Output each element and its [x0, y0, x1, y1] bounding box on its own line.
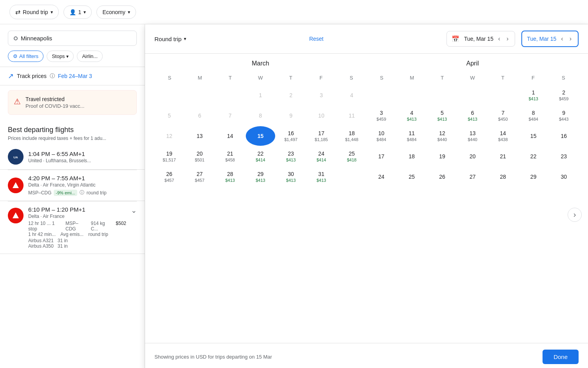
round-trip-button[interactable]: ⇄ Round trip ▾	[9, 5, 59, 19]
calendar-day[interactable]: 14	[215, 126, 245, 146]
flight-card-delta2[interactable]: 6:10 PM – 1:20 PM+1 Delta · Air France 1…	[0, 201, 145, 254]
day-number: 28	[500, 174, 506, 180]
day-number: 6	[198, 112, 201, 119]
calendar-day[interactable]: 14$438	[488, 126, 518, 146]
day-price: $501	[195, 158, 204, 162]
calendar-day[interactable]: 6	[185, 106, 215, 125]
depart-prev-button[interactable]: ‹	[497, 34, 502, 43]
calendar-day[interactable]: 15	[246, 126, 276, 146]
calendar-day[interactable]: 25	[397, 167, 427, 187]
day-price: $413	[437, 117, 447, 121]
calendar-day[interactable]: 9	[276, 106, 306, 125]
passengers-button[interactable]: 👤 1 ▾	[64, 5, 92, 19]
done-button[interactable]: Done	[543, 350, 579, 364]
calendar-day[interactable]: 1	[246, 85, 276, 105]
all-filters-button[interactable]: ⚙ All filters	[8, 51, 44, 62]
calendar-day[interactable]: 8$484	[519, 106, 548, 125]
day-number: 5	[168, 112, 171, 119]
calendar-day[interactable]: 6$413	[458, 106, 488, 125]
calendar-day[interactable]: 13	[185, 126, 215, 146]
calendar-day[interactable]: 22	[519, 147, 548, 166]
day-number: 2	[562, 89, 565, 96]
calendar-day[interactable]: 24$414	[307, 147, 336, 166]
day-number: 23	[561, 153, 567, 160]
calendar-day[interactable]: 15	[519, 126, 548, 146]
search-input[interactable]: Minneapolis	[8, 31, 137, 46]
calendar-day[interactable]: 20	[458, 147, 488, 166]
calendar-day[interactable]: 12	[154, 126, 184, 146]
best-departing-sub: Prices include required taxes + fees for…	[0, 136, 145, 144]
calendar-day[interactable]: 3$459	[367, 106, 396, 125]
calendar-day[interactable]: 4	[337, 85, 367, 105]
calendar-day[interactable]: 10$484	[367, 126, 396, 146]
calendar-day[interactable]: 5$413	[427, 106, 457, 125]
day-price: $413	[225, 178, 235, 183]
calendar-day[interactable]: 1$413	[519, 85, 548, 105]
calendar-day[interactable]: 31$413	[307, 167, 336, 187]
calendar-day[interactable]: 12$440	[427, 126, 457, 146]
flight-info-delta1: 4:20 PM – 7:55 AM+1 Delta · Air France, …	[28, 175, 137, 196]
stops-button[interactable]: Stops ▾	[47, 51, 74, 62]
return-prev-button[interactable]: ‹	[559, 34, 564, 43]
calendar-day[interactable]: 22$414	[246, 147, 276, 166]
day-number: 3	[380, 110, 383, 116]
calendar-day[interactable]: 16	[549, 126, 579, 146]
calendar-day[interactable]: 4$413	[397, 106, 427, 125]
svg-text:UA: UA	[13, 156, 18, 159]
cal-reset-button[interactable]: Reset	[309, 36, 324, 42]
calendar-day[interactable]: 18$1,448	[337, 126, 367, 146]
calendar-day[interactable]: 17	[367, 147, 396, 166]
airlines-button[interactable]: Airlin...	[77, 51, 103, 62]
day-number: 6	[471, 110, 474, 116]
calendar-day[interactable]: 29	[519, 167, 548, 187]
calendar-day[interactable]: 11	[337, 106, 367, 125]
cabin-button[interactable]: Economy ▾	[96, 5, 136, 19]
calendar-day[interactable]: 10	[307, 106, 336, 125]
flight-card-delta1[interactable]: 4:20 PM – 7:55 AM+1 Delta · Air France, …	[0, 170, 145, 201]
calendar-day[interactable]: 19$1,517	[154, 147, 184, 166]
calendar-day[interactable]: 8	[246, 106, 276, 125]
calendar-day[interactable]: 25$418	[337, 147, 367, 166]
calendar-day[interactable]: 3	[307, 85, 336, 105]
calendar-day[interactable]: 7$450	[488, 106, 518, 125]
calendar-day[interactable]: 19	[427, 147, 457, 166]
calendar-day[interactable]: 26	[427, 167, 457, 187]
track-prices-label: Track prices	[17, 73, 47, 79]
day-price: $459	[377, 117, 386, 121]
calendar-day[interactable]: 30	[549, 167, 579, 187]
calendar-day[interactable]: 13$440	[458, 126, 488, 146]
calendar-day[interactable]: 17$1,185	[307, 126, 336, 146]
weekday-t2: T	[276, 73, 306, 82]
day-number: 11	[409, 130, 415, 137]
calendar-day[interactable]: 29$413	[246, 167, 276, 187]
calendar-day[interactable]: 23	[549, 147, 579, 166]
calendar-day[interactable]: 21$458	[215, 147, 245, 166]
day-price: $413	[528, 96, 538, 101]
calendar-day[interactable]: 9$443	[549, 106, 579, 125]
depart-next-button[interactable]: ›	[505, 34, 510, 43]
calendar-day[interactable]: 16$1,497	[276, 126, 306, 146]
expand-icon[interactable]: ⌄	[131, 206, 137, 215]
calendar-day[interactable]: 2	[276, 85, 306, 105]
day-number: 30	[288, 171, 294, 178]
calendar-day[interactable]: 24	[367, 167, 396, 187]
calendar-day[interactable]: 2$459	[549, 85, 579, 105]
cal-next-month-button[interactable]: ›	[568, 208, 582, 222]
calendar-day[interactable]: 26$457	[154, 167, 184, 187]
aircraft2: Airbus A350	[28, 243, 54, 249]
calendar-day[interactable]: 28	[488, 167, 518, 187]
calendar-day[interactable]: 28$413	[215, 167, 245, 187]
calendar-day[interactable]: 30$413	[276, 167, 306, 187]
calendar-day[interactable]: 21	[488, 147, 518, 166]
calendar-day[interactable]: 27	[458, 167, 488, 187]
calendar-day[interactable]: 23$413	[276, 147, 306, 166]
return-next-button[interactable]: ›	[568, 34, 573, 43]
calendar-day[interactable]: 27$457	[185, 167, 215, 187]
calendar-day[interactable]: 11$484	[397, 126, 427, 146]
calendar-day[interactable]: 20$501	[185, 147, 215, 166]
calendar-day[interactable]: 5	[154, 106, 184, 125]
flight-card[interactable]: UA 1:04 PM – 6:55 AM+1 United · Lufthans…	[0, 144, 145, 170]
cal-trip-selector[interactable]: Round trip ▾	[154, 36, 186, 42]
calendar-day[interactable]: 7	[215, 106, 245, 125]
calendar-day[interactable]: 18	[397, 147, 427, 166]
